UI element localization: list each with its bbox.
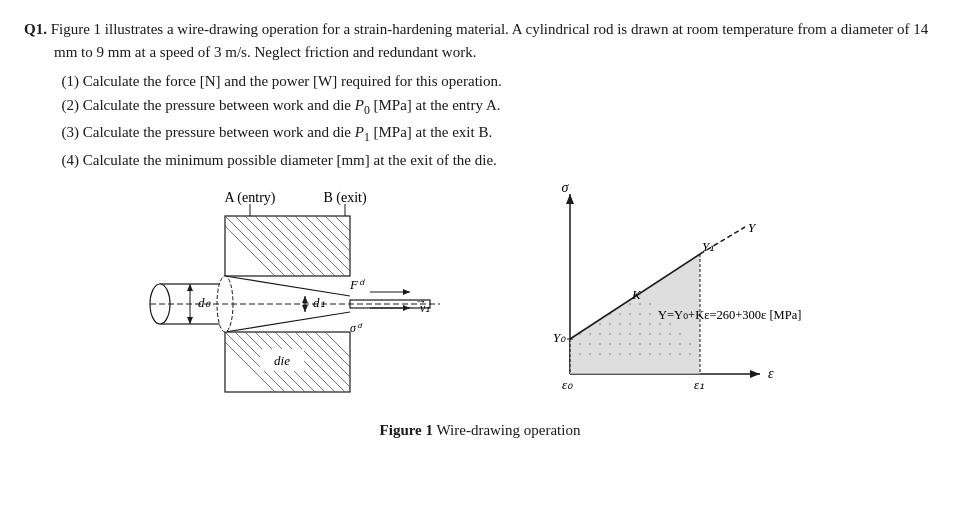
svg-text:Y: Y (748, 220, 757, 235)
svg-point-110 (659, 323, 661, 325)
svg-point-89 (679, 343, 681, 345)
svg-text:σᵈ: σᵈ (350, 321, 363, 335)
svg-point-129 (579, 293, 581, 295)
svg-line-30 (305, 332, 450, 477)
stress-strain-chart: σ ε (520, 184, 800, 414)
svg-text:d₁: d₁ (313, 295, 325, 310)
svg-point-142 (589, 273, 591, 275)
svg-point-119 (649, 313, 651, 315)
question-block: Q1. Figure 1 illustrates a wire-drawing … (24, 18, 936, 439)
question-parts: (1) Calculate the force [N] and the powe… (24, 69, 936, 172)
svg-point-74 (649, 353, 651, 355)
svg-point-71 (619, 353, 621, 355)
svg-text:Y₁: Y₁ (702, 239, 714, 254)
svg-point-101 (679, 333, 681, 335)
svg-point-111 (669, 323, 671, 325)
svg-point-92 (589, 333, 591, 335)
svg-text:Fᵈ: Fᵈ (349, 277, 365, 292)
svg-point-134 (629, 293, 631, 295)
svg-point-112 (579, 313, 581, 315)
svg-point-113 (589, 313, 591, 315)
svg-text:d₀: d₀ (198, 295, 211, 310)
svg-point-141 (579, 273, 581, 275)
svg-point-73 (639, 353, 641, 355)
svg-point-77 (679, 353, 681, 355)
svg-point-94 (609, 333, 611, 335)
svg-point-102 (579, 323, 581, 325)
svg-point-104 (599, 323, 601, 325)
svg-point-72 (629, 353, 631, 355)
svg-point-88 (669, 343, 671, 345)
svg-point-127 (639, 303, 641, 305)
svg-text:K: K (631, 287, 642, 302)
svg-point-123 (599, 303, 601, 305)
svg-point-81 (599, 343, 601, 345)
svg-point-114 (599, 313, 601, 315)
wire-drawing-diagram: A (entry) B (exit) (160, 184, 490, 414)
svg-point-84 (629, 343, 631, 345)
figure-area: A (entry) B (exit) (24, 184, 936, 439)
svg-text:ε₀: ε₀ (562, 377, 573, 392)
svg-point-121 (579, 303, 581, 305)
svg-point-96 (629, 333, 631, 335)
svg-point-93 (599, 333, 601, 335)
svg-point-118 (639, 313, 641, 315)
svg-point-138 (599, 283, 601, 285)
svg-point-133 (619, 293, 621, 295)
svg-point-86 (649, 343, 651, 345)
svg-line-32 (325, 332, 470, 477)
question-part-3: (3) Calculate the pressure between work … (62, 120, 937, 148)
svg-point-76 (669, 353, 671, 355)
svg-point-140 (619, 283, 621, 285)
svg-point-106 (619, 323, 621, 325)
svg-point-83 (619, 343, 621, 345)
svg-text:B (exit): B (exit) (323, 190, 366, 206)
question-part-4: (4) Calculate the minimum possible diame… (62, 148, 937, 172)
svg-point-108 (639, 323, 641, 325)
svg-point-90 (689, 343, 691, 345)
svg-point-98 (649, 333, 651, 335)
svg-point-136 (579, 283, 581, 285)
svg-point-143 (599, 273, 601, 275)
svg-point-70 (609, 353, 611, 355)
svg-line-28 (285, 332, 430, 477)
svg-point-131 (599, 293, 601, 295)
svg-point-68 (589, 353, 591, 355)
svg-line-29 (295, 332, 440, 477)
svg-line-31 (315, 332, 460, 477)
question-intro: Q1. Figure 1 illustrates a wire-drawing … (24, 18, 936, 65)
svg-text:ε₁: ε₁ (694, 377, 704, 392)
svg-point-132 (609, 293, 611, 295)
svg-point-116 (619, 313, 621, 315)
svg-point-69 (599, 353, 601, 355)
svg-point-124 (609, 303, 611, 305)
svg-point-79 (579, 343, 581, 345)
svg-point-95 (619, 333, 621, 335)
svg-point-87 (659, 343, 661, 345)
question-part-1: (1) Calculate the force [N] and the powe… (62, 69, 937, 93)
svg-text:σ: σ (562, 180, 570, 195)
svg-point-126 (629, 303, 631, 305)
svg-marker-52 (403, 289, 410, 295)
svg-point-100 (669, 333, 671, 335)
svg-point-117 (629, 313, 631, 315)
svg-text:Y=Y₀+Kε=260+300ε [MPa]: Y=Y₀+Kε=260+300ε [MPa] (658, 308, 801, 322)
svg-point-80 (589, 343, 591, 345)
svg-point-67 (579, 353, 581, 355)
svg-point-82 (609, 343, 611, 345)
svg-text:v₁: v₁ (420, 301, 430, 315)
svg-point-122 (589, 303, 591, 305)
figure-caption: Figure 1 Wire-drawing operation (380, 422, 581, 439)
svg-point-105 (609, 323, 611, 325)
question-part-2: (2) Calculate the pressure between work … (62, 93, 937, 121)
svg-text:ε: ε (768, 366, 774, 381)
svg-point-109 (649, 323, 651, 325)
svg-marker-62 (750, 370, 760, 378)
svg-point-75 (659, 353, 661, 355)
svg-text:die: die (274, 353, 290, 368)
svg-point-139 (609, 283, 611, 285)
svg-point-99 (659, 333, 661, 335)
svg-point-128 (649, 303, 651, 305)
question-number: Q1. (24, 21, 47, 37)
svg-point-97 (639, 333, 641, 335)
